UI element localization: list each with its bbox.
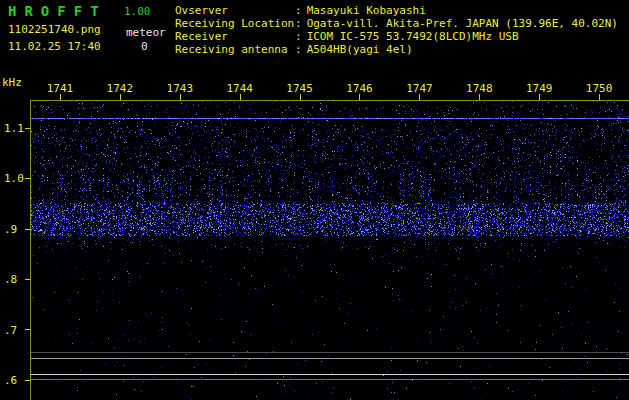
info-label: Receiver [175,30,295,43]
info-value: Masayuki Kobayashi [307,4,426,17]
info-row-receiver: Receiver:ICOM IC-575 53.7492(8LCD)MHz US… [175,30,618,43]
y-tick-label: 1.0 [4,172,24,185]
y-axis-tick [25,128,30,129]
x-axis-tick [479,94,480,100]
x-axis-tick [539,94,540,100]
y-tick-label: .7 [4,324,17,337]
y-axis-tick [25,380,30,381]
y-axis-tick [25,229,30,230]
y-axis-unit-label: kHz [2,76,22,89]
info-label: Receiving Location [175,17,295,30]
info-label: Ovserver [175,4,295,17]
timestamp: 11.02.25 17:40 [8,40,101,53]
station-info: Ovserver:Masayuki Kobayashi Receiving Lo… [175,4,618,56]
info-row-observer: Ovserver:Masayuki Kobayashi [175,4,618,17]
x-axis-tick [599,94,600,100]
y-tick-label: .6 [4,374,17,387]
meteor-label: meteor [126,26,166,39]
output-filename: 1102251740.png [8,23,101,36]
time-axis-line [30,100,629,101]
x-axis-tick [359,94,360,100]
info-separator: : [295,4,302,17]
app-title: HROFFT [8,3,107,19]
hrofft-screen: HROFFT 1.00 1102251740.png 11.02.25 17:4… [0,0,629,400]
x-axis-tick [240,94,241,100]
info-value: ICOM IC-575 53.7492(8LCD)MHz USB [307,30,519,43]
spectrogram [30,100,629,400]
info-separator: : [295,17,302,30]
info-value: A504HB(yagi 4el) [307,43,413,56]
y-axis-tick [25,329,30,330]
y-tick-label: 1.1 [4,122,24,135]
x-axis-tick [300,94,301,100]
app-version: 1.00 [124,5,151,18]
meteor-count: 0 [141,40,148,53]
y-tick-label: .9 [4,223,17,236]
y-axis-tick [25,178,30,179]
x-axis-tick [419,94,420,100]
frequency-axis-line [30,100,31,400]
y-axis-tick [25,279,30,280]
info-label: Receiving antenna [175,43,295,56]
info-value: Ogata-vill. Akita-Pref. JAPAN (139.96E, … [307,17,618,30]
info-row-location: Receiving Location:Ogata-vill. Akita-Pre… [175,17,618,30]
x-axis-tick [60,94,61,100]
y-tick-label: .8 [4,273,17,286]
x-axis-tick [180,94,181,100]
info-separator: : [295,43,302,56]
x-axis-tick [120,94,121,100]
info-separator: : [295,30,302,43]
info-row-antenna: Receiving antenna:A504HB(yagi 4el) [175,43,618,56]
